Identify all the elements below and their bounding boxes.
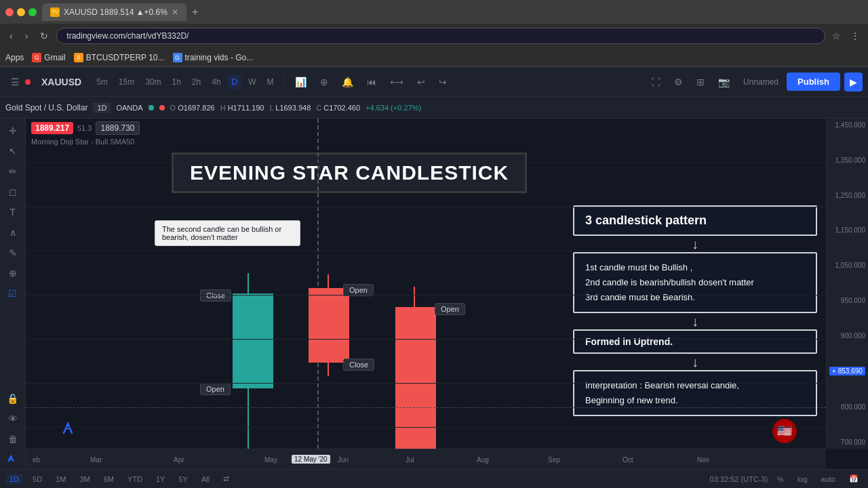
period-1m[interactable]: 1M	[52, 474, 70, 485]
green-candle-wick-bottom	[248, 388, 249, 456]
address-bar[interactable]: tradingview.com/chart/vdYB332D/	[56, 28, 825, 44]
green-close-label: Close	[200, 289, 231, 302]
add-indicator-btn[interactable]: ⊕	[315, 74, 334, 90]
clock-display: 03:32:52 (UTC-3)	[710, 475, 768, 483]
tv-logo-sidebar	[2, 450, 24, 469]
shape-tool[interactable]: ◻	[2, 182, 24, 201]
price-tick-7: 900.000	[829, 332, 865, 340]
menu-button[interactable]: ☰	[5, 74, 25, 90]
toolbar-divider-1	[283, 75, 284, 89]
trend-text: Formed in Uptrend.	[585, 336, 673, 347]
play-button[interactable]: ▶	[844, 73, 863, 92]
tf-1h[interactable]: 1h	[167, 75, 184, 89]
browser-menu[interactable]: ⋮	[848, 28, 863, 44]
pattern-count-text: 3 candlestick pattern	[585, 214, 707, 227]
candle-tooltip: The second candle can be bullish or bear…	[155, 220, 300, 246]
gmail-icon: G	[32, 53, 41, 62]
price-row: 1889.217 51.3 1889.730	[31, 121, 140, 135]
cursor-tool[interactable]: ✛	[2, 121, 24, 140]
period-all[interactable]: All	[197, 474, 214, 485]
price-tick-6: 950.000	[829, 297, 865, 304]
compare-btn[interactable]: ⇄	[219, 473, 233, 485]
trash-tool[interactable]: 🗑	[2, 430, 24, 449]
low-label: L	[269, 104, 273, 112]
scale-auto[interactable]: auto	[817, 474, 840, 485]
eye-tool[interactable]: 👁	[2, 409, 24, 428]
price-info-left: 1889.217 51.3 1889.730 Morning Doji Star…	[31, 121, 140, 146]
tf-15m[interactable]: 15m	[115, 75, 138, 89]
tf-D[interactable]: D	[228, 75, 242, 89]
tf-M[interactable]: M	[263, 75, 278, 89]
notification-dot	[25, 79, 31, 85]
tf-W[interactable]: W	[244, 75, 260, 89]
close-dot[interactable]	[5, 8, 14, 16]
maximize-dot[interactable]	[28, 8, 37, 16]
bookmarks-bar: Apps G Gmail ₿ BTCUSDTPERP 10... G train…	[0, 48, 868, 67]
red-large-wick-top	[414, 287, 415, 307]
scale-log[interactable]: log	[793, 474, 812, 485]
btcusd-icon: ₿	[74, 53, 83, 62]
tf-5m[interactable]: 5m	[92, 75, 112, 89]
arrow-3: ↓	[573, 354, 817, 370]
bookmark-star[interactable]: ☆	[829, 28, 844, 44]
close-label: C	[316, 104, 321, 112]
bookmark-gmail[interactable]: G Gmail	[32, 53, 65, 62]
settings-btn[interactable]: ⚙	[669, 74, 688, 90]
period-1d[interactable]: 1D	[5, 474, 23, 485]
red-small-close-label: Close	[343, 359, 374, 371]
price-tick-highlight: + 853.690	[829, 367, 865, 375]
chart-type-btn[interactable]: 📊	[290, 74, 312, 90]
bookmark-training[interactable]: G training vids - Go...	[173, 53, 254, 62]
redo-btn[interactable]: ↪	[433, 74, 452, 90]
period-1y[interactable]: 1Y	[152, 474, 169, 485]
grid-line-6	[26, 383, 826, 384]
period-5y[interactable]: 5Y	[174, 474, 191, 485]
publish-button[interactable]: Publish	[787, 73, 840, 91]
new-tab-button[interactable]: +	[192, 6, 198, 18]
arrow-tool[interactable]: ↖	[2, 142, 24, 161]
symbol-display[interactable]: XAUUSD	[33, 77, 90, 87]
back-button[interactable]: ‹	[5, 28, 17, 44]
fib-tool[interactable]: ∧	[2, 223, 24, 242]
period-ytd[interactable]: YTD	[123, 474, 146, 485]
price-tick-3: 1,250.000	[829, 192, 865, 199]
lock-tool[interactable]: 🔒	[2, 389, 24, 408]
trading-app: ☰ XAUUSD 5m 15m 30m 1h 2h 4h D W M 📊 ⊕ 🔔…	[0, 67, 868, 488]
tf-30m[interactable]: 30m	[141, 75, 165, 89]
tf-2h[interactable]: 2h	[188, 75, 205, 89]
alert-btn[interactable]: 🔔	[336, 74, 359, 90]
undo-btn[interactable]: ↩	[412, 74, 431, 90]
bookmark-btcusd[interactable]: ₿ BTCUSDTPERP 10...	[74, 53, 165, 62]
zoom-tool[interactable]: ⊕	[2, 264, 24, 283]
draw-tool[interactable]: ✏	[2, 162, 24, 181]
calendar-btn[interactable]: 📅	[845, 473, 863, 485]
text-tool[interactable]: T	[2, 203, 24, 222]
browser-tab[interactable]: TV XAUUSD 1889.514 ▲+0.6% ✕	[42, 3, 186, 21]
period-6m[interactable]: 6M	[100, 474, 118, 485]
unnamed-label[interactable]: Unnamed	[738, 77, 784, 87]
measure-tool[interactable]: ✎	[2, 243, 24, 262]
left-sidebar: ✛ ↖ ✏ ◻ T ∧ ✎ ⊕ ☑ 🔒 👁 🗑	[0, 119, 26, 469]
grid-line-2	[26, 207, 826, 207]
tab-favicon: TV	[50, 7, 60, 17]
snapshot-btn[interactable]: 📷	[713, 74, 735, 90]
refresh-button[interactable]: ↻	[36, 28, 52, 44]
bar-replay-btn[interactable]: ⟷	[384, 74, 409, 90]
period-3m[interactable]: 3M	[75, 474, 94, 485]
scale-pct[interactable]: %	[773, 474, 788, 485]
fullscreen-btn[interactable]: ⛶	[646, 74, 666, 90]
tf-4h[interactable]: 4h	[208, 75, 224, 89]
tab-close-btn[interactable]: ✕	[172, 7, 178, 17]
interpretation-text: Interpretation : Bearish reversal candle…	[585, 380, 739, 405]
forward-button[interactable]: ›	[21, 28, 33, 44]
price-input[interactable]: 1889.730	[96, 121, 139, 135]
chart-area[interactable]: 1889.217 51.3 1889.730 Morning Doji Star…	[26, 119, 868, 469]
horizontal-dashed-line	[26, 407, 826, 408]
magnet-tool[interactable]: ☑	[2, 284, 24, 303]
replay-btn[interactable]: ⏮	[361, 74, 382, 90]
minimize-dot[interactable]	[17, 8, 25, 16]
period-5d[interactable]: 5D	[28, 474, 46, 485]
red-large-body	[395, 307, 436, 453]
bookmark-apps[interactable]: Apps	[5, 53, 24, 62]
layout-btn[interactable]: ⊞	[691, 74, 710, 90]
